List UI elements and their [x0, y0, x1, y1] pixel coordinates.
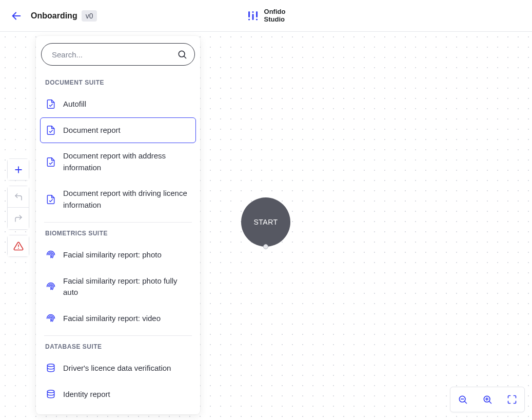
document-icon: [46, 194, 56, 205]
item-watchlist-report[interactable]: Watchlist report: [40, 407, 196, 414]
group-header: BIOMETRICS SUITE: [44, 223, 192, 242]
start-node-handle[interactable]: [263, 244, 268, 249]
plus-icon: [13, 165, 24, 175]
item-autofill[interactable]: Autofill: [40, 91, 196, 117]
database-icon: [46, 363, 56, 373]
svg-point-5: [252, 11, 253, 12]
start-node[interactable]: START: [241, 197, 290, 247]
svg-rect-3: [256, 11, 258, 17]
search-field[interactable]: [41, 43, 195, 66]
group-document-suite: DOCUMENT SUITEAutofillDocument reportDoc…: [44, 72, 192, 218]
svg-point-10: [47, 390, 54, 392]
item-identity-report[interactable]: Identity report: [40, 382, 196, 408]
search-input[interactable]: [52, 50, 177, 59]
back-button[interactable]: [8, 8, 25, 24]
item-label: Document report with address information: [63, 150, 190, 173]
item-label: Facial similarity report: photo fully au…: [63, 275, 190, 298]
zoom-out-icon: [458, 394, 468, 405]
item-facial-photo[interactable]: Facial similarity report: photo: [40, 242, 196, 268]
group-header: DATABASE SUITE: [44, 336, 192, 355]
errors-button[interactable]: [7, 235, 29, 257]
item-document-report-address[interactable]: Document report with address information: [40, 143, 196, 181]
item-label: Document report: [63, 125, 121, 136]
group-header: DOCUMENT SUITE: [44, 72, 192, 91]
zoom-in-icon: [482, 394, 492, 405]
biometric-icon: [46, 282, 56, 292]
zoom-controls: [450, 387, 525, 412]
biometric-icon: [46, 313, 56, 324]
canvas[interactable]: DOCUMENT SUITEAutofillDocument reportDoc…: [0, 32, 532, 420]
item-label: Driver's licence data verification: [63, 363, 171, 374]
redo-button[interactable]: [7, 208, 29, 230]
undo-button[interactable]: [7, 186, 29, 208]
item-facial-photo-auto[interactable]: Facial similarity report: photo fully au…: [40, 268, 196, 306]
start-node-label: START: [253, 218, 278, 226]
item-document-report[interactable]: Document report: [40, 117, 196, 144]
brand-logo-icon: [247, 10, 259, 22]
task-list: DOCUMENT SUITEAutofillDocument reportDoc…: [36, 72, 200, 414]
item-label: Document report with driving licence inf…: [63, 188, 190, 211]
item-facial-video[interactable]: Facial similarity report: video: [40, 306, 196, 332]
document-icon: [46, 125, 56, 135]
svg-rect-2: [252, 14, 253, 20]
brand-text: Onfido Studio: [264, 8, 286, 24]
svg-line-20: [489, 402, 491, 404]
item-label: Autofill: [63, 98, 86, 110]
add-node-button[interactable]: [7, 158, 29, 181]
brand: Onfido Studio: [247, 8, 286, 24]
undo-icon: [14, 192, 23, 202]
task-panel: DOCUMENT SUITEAutofillDocument reportDoc…: [36, 36, 200, 414]
item-document-report-driving[interactable]: Document report with driving licence inf…: [40, 181, 196, 218]
version-badge: v0: [82, 10, 97, 22]
arrow-left-icon: [11, 10, 22, 22]
document-icon: [46, 99, 56, 109]
group-database-suite: DATABASE SUITEDriver's licence data veri…: [44, 335, 192, 414]
header: Onboarding v0 Onfido Studio: [0, 0, 532, 32]
svg-point-9: [47, 364, 54, 367]
database-icon: [46, 389, 56, 399]
item-label: Facial similarity report: video: [63, 313, 161, 325]
redo-icon: [14, 214, 23, 223]
zoom-out-button[interactable]: [450, 387, 475, 412]
biometric-icon: [46, 250, 56, 260]
svg-point-6: [255, 18, 257, 20]
alert-triangle-icon: [13, 241, 24, 251]
item-label: Facial similarity report: photo: [63, 249, 162, 261]
brand-line1: Onfido: [264, 8, 286, 16]
brand-line2: Studio: [264, 16, 286, 24]
item-label: Identity report: [63, 389, 110, 401]
svg-rect-1: [248, 11, 250, 17]
group-biometrics-suite: BIOMETRICS SUITEFacial similarity report…: [44, 222, 192, 331]
canvas-toolbar: [7, 158, 29, 257]
page-title: Onboarding: [31, 11, 77, 21]
zoom-in-button[interactable]: [475, 387, 500, 412]
search-icon: [177, 49, 187, 59]
svg-point-4: [248, 18, 249, 20]
svg-line-17: [465, 402, 467, 404]
svg-line-8: [184, 56, 186, 58]
document-icon: [46, 157, 56, 167]
item-drivers-licence-verification[interactable]: Driver's licence data verification: [40, 355, 196, 382]
fit-screen-button[interactable]: [500, 387, 524, 412]
fullscreen-icon: [507, 394, 517, 405]
